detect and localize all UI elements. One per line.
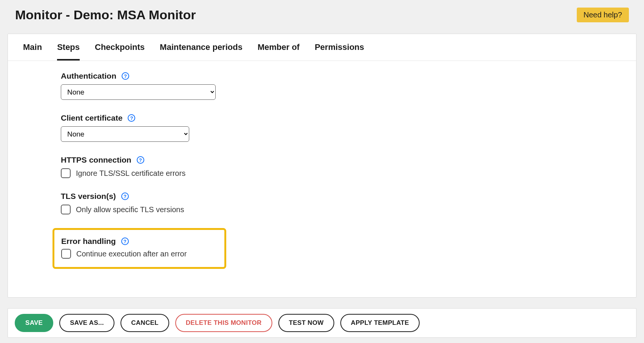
tab-steps[interactable]: Steps	[57, 42, 80, 61]
main-panel[interactable]: Main Steps Checkpoints Maintenance perio…	[8, 34, 636, 298]
tab-main[interactable]: Main	[23, 42, 42, 61]
tls-checkbox-row: Only allow specific TLS versions	[61, 205, 621, 214]
help-icon[interactable]: ?	[121, 237, 129, 245]
help-icon[interactable]: ?	[121, 192, 129, 200]
tab-permissions[interactable]: Permissions	[315, 42, 364, 61]
tab-member-of[interactable]: Member of	[258, 42, 300, 61]
apply-template-button[interactable]: APPLY TEMPLATE	[340, 314, 420, 332]
label-error-handling: Error handling	[61, 237, 116, 246]
tab-content: Authentication ? None Client certificate…	[8, 61, 636, 280]
help-icon[interactable]: ?	[122, 72, 129, 80]
authentication-select[interactable]: None	[61, 84, 216, 100]
section-head-https-connection: HTTPS connection ?	[61, 155, 621, 165]
label-https-connection: HTTPS connection	[61, 155, 131, 165]
header-row: Monitor - Demo: MSA Monitor Need help?	[0, 0, 644, 34]
section-head-client-certificate: Client certificate ?	[61, 113, 621, 123]
label-authentication: Authentication	[61, 71, 116, 81]
allow-specific-tls-checkbox[interactable]	[61, 205, 71, 214]
section-head-error-handling: Error handling ?	[61, 237, 218, 246]
delete-monitor-button[interactable]: DELETE THIS MONITOR	[175, 314, 272, 332]
error-handling-highlight: Error handling ? Continue execution afte…	[53, 228, 226, 269]
cancel-button[interactable]: CANCEL	[120, 314, 169, 332]
allow-specific-tls-label: Only allow specific TLS versions	[76, 205, 184, 214]
need-help-button[interactable]: Need help?	[577, 8, 629, 22]
ignore-tls-errors-checkbox[interactable]	[61, 168, 71, 178]
label-client-certificate: Client certificate	[61, 113, 122, 123]
https-checkbox-row: Ignore TLS/SSL certificate errors	[61, 168, 621, 178]
tab-maintenance-periods[interactable]: Maintenance periods	[160, 42, 242, 61]
page-title: Monitor - Demo: MSA Monitor	[15, 8, 196, 22]
save-button[interactable]: SAVE	[15, 314, 53, 332]
error-checkbox-row: Continue execution after an error	[61, 249, 218, 259]
section-head-authentication: Authentication ?	[61, 71, 621, 81]
tab-checkpoints[interactable]: Checkpoints	[95, 42, 145, 61]
help-icon[interactable]: ?	[137, 156, 144, 164]
ignore-tls-errors-label: Ignore TLS/SSL certificate errors	[76, 169, 185, 178]
section-authentication: Authentication ? None	[61, 71, 621, 100]
client-certificate-select[interactable]: None	[61, 126, 189, 142]
section-head-tls-versions: TLS version(s) ?	[61, 192, 621, 201]
tabs-bar: Main Steps Checkpoints Maintenance perio…	[8, 34, 636, 61]
section-https-connection: HTTPS connection ? Ignore TLS/SSL certif…	[61, 155, 621, 178]
test-now-button[interactable]: TEST NOW	[278, 314, 334, 332]
continue-after-error-label: Continue execution after an error	[76, 250, 187, 258]
page-root: Monitor - Demo: MSA Monitor Need help? M…	[0, 0, 644, 343]
footer-toolbar: SAVE SAVE AS... CANCEL DELETE THIS MONIT…	[8, 308, 636, 338]
continue-after-error-checkbox[interactable]	[61, 249, 71, 259]
label-tls-versions: TLS version(s)	[61, 192, 116, 201]
section-client-certificate: Client certificate ? None	[61, 113, 621, 142]
help-icon[interactable]: ?	[128, 114, 135, 122]
save-as-button[interactable]: SAVE AS...	[59, 314, 114, 332]
section-tls-versions: TLS version(s) ? Only allow specific TLS…	[61, 192, 621, 214]
